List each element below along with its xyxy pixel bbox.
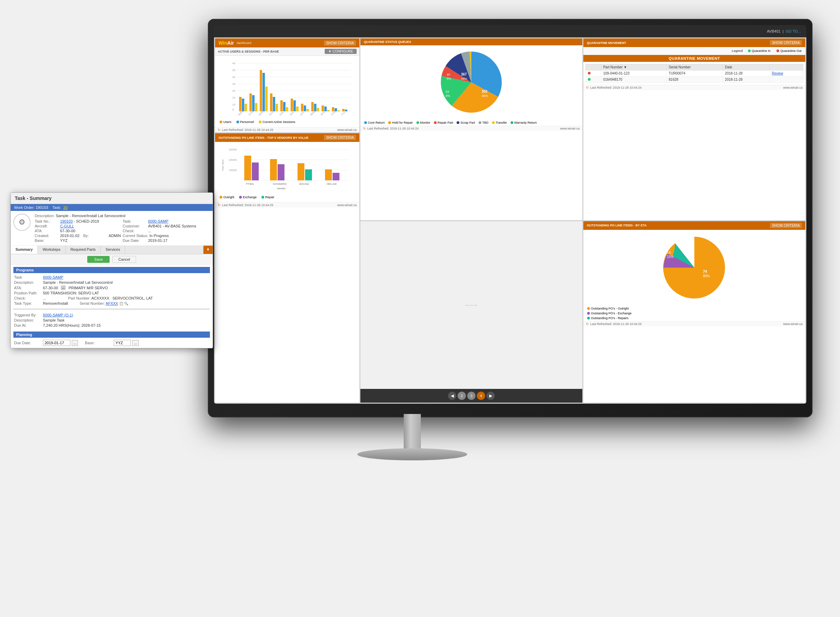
triggered-by-value[interactable]: 6000-SAMP (O-1) [43, 313, 73, 317]
task-tabs: Summary Worksteps Required Parts Service… [11, 246, 213, 254]
svg-rect-21 [255, 103, 257, 111]
svg-text:SFO: SFO [320, 111, 326, 116]
svg-rect-32 [294, 100, 296, 111]
svg-rect-33 [296, 106, 298, 111]
screen-content: WinAir dashboard SHOW CRITERIA ACTIVE US… [214, 37, 806, 404]
nav-prev[interactable]: ◀ [448, 392, 456, 400]
nav-next[interactable]: ▶ [486, 392, 495, 400]
nav-page-2[interactable]: 2 [458, 392, 466, 400]
ata-badge: ... [61, 285, 66, 290]
serial-number-row: Serial Number: AFXXX 📋 🔍 [80, 301, 128, 306]
task-detail-grid: Task: 6000-SAMP Description: Sample - Re… [11, 273, 213, 307]
aircraft-value[interactable]: C-GULL [60, 224, 74, 228]
qm-row2-serial: 81628 [666, 77, 723, 83]
svg-text:367: 367 [461, 72, 467, 76]
qm-row2-dot [586, 77, 601, 83]
task-window: Task - Summary Work Order: 190103 Task: … [10, 192, 213, 348]
configure-button[interactable]: ▼ CONFIGURE [325, 49, 357, 54]
planning-base-input[interactable] [114, 340, 131, 346]
base-label: Base: [35, 238, 59, 242]
pn-desc-value: SERVOCONTROL, LAT [112, 296, 153, 300]
svg-rect-22 [260, 70, 262, 111]
trig-desc-value: Sample Task [43, 318, 65, 322]
svg-rect-70 [278, 164, 285, 180]
legend-personnel: Personnel [236, 120, 254, 124]
task-action-bar: Save Cancel [11, 254, 213, 265]
legend-repair: Repair [261, 195, 275, 199]
work-order-link[interactable]: 190103 [60, 219, 73, 223]
winair-logo: WinAir [218, 40, 234, 46]
legend-qin: Quarantine In [748, 49, 771, 53]
svg-rect-23 [263, 73, 265, 111]
task-description-row: Description: Sample - Remove/Install Lat… [35, 214, 210, 218]
legend-po-outright-label: Outstanding PO's - Outright [591, 307, 629, 310]
tab-worksteps[interactable]: Worksteps [38, 246, 66, 254]
check-row: Check: ... [123, 229, 210, 233]
qm-row1-review[interactable]: Review [769, 71, 803, 77]
quarantine-status-panel: QUARANTINE STATUS QUEUES [360, 38, 582, 220]
check-value: ... [148, 229, 151, 233]
task-num-link[interactable]: 20 [63, 205, 67, 210]
qm-table-wrapper: Part Number ▼ Serial Number Date 109-044… [583, 62, 805, 85]
po-vendors-show-criteria[interactable]: SHOW CRITERIA [324, 135, 356, 140]
po-eta-refresh: ↻ Last Refreshed: 2018-11-28 10:44:25 ww… [583, 321, 805, 326]
goto-link[interactable]: GO TO... [786, 29, 801, 33]
po-eta-show-criteria[interactable]: SHOW CRITERIA [770, 223, 802, 228]
svg-text:44%: 44% [461, 77, 467, 80]
qm-show-criteria[interactable]: SHOW CRITERIA [770, 40, 802, 45]
customer-row: Customer: AVB401 - AV-BASE Systems [123, 224, 210, 228]
customer-label: Customer: [123, 224, 147, 228]
svg-text:14: 14 [667, 251, 671, 255]
svg-rect-34 [301, 104, 303, 111]
legend-dot-outright [220, 196, 222, 199]
qm-row1-dot [586, 71, 601, 77]
tab-required-parts[interactable]: Required Parts [66, 246, 101, 254]
legend-dot-users [220, 121, 222, 123]
aircraft-row: Aircraft: C-GULL [35, 224, 122, 228]
review-link-1[interactable]: Review [772, 71, 783, 75]
detail-task-label: Task: [14, 275, 41, 279]
customer-value: AVB401 - AV-BASE Systems [148, 224, 196, 228]
nav-page-3[interactable]: 3 [467, 392, 475, 400]
task-info-section: ⚙ Description: Sample - Remove/Install L… [11, 211, 213, 246]
qm-header: QUARANTINE MOVEMENT SHOW CRITERIA [583, 38, 805, 47]
detail-desc-row: Description: Sample - Remove/Install Lat… [14, 280, 209, 285]
svg-rect-68 [252, 162, 259, 180]
cancel-button[interactable]: Cancel [112, 256, 136, 263]
save-button[interactable]: Save [87, 256, 109, 263]
programs-section-header: Programs [13, 267, 210, 273]
svg-text:HELJ18: HELJ18 [327, 182, 337, 186]
legend-dot-transfer [492, 121, 495, 124]
by-label: By: [83, 233, 107, 238]
svg-text:5: 5 [232, 108, 234, 111]
detail-desc-value: Sample - Remove/Install Lat Servocontrol [43, 280, 113, 285]
nav-page-4[interactable]: 4 [477, 392, 485, 400]
base-picker-btn[interactable]: ... [132, 340, 139, 346]
qm-col-part: Part Number ▼ [601, 64, 666, 71]
task-icon: ⚙ [13, 214, 31, 231]
svg-text:10: 10 [232, 103, 235, 106]
qm-col-serial: Serial Number [666, 64, 723, 71]
part-number-label: Part Number: ACXXXXX SERVOCONTROL, LAT [68, 296, 153, 300]
aircraft-label: Aircraft: [35, 224, 59, 228]
legend-outright: Outright [220, 195, 234, 199]
show-criteria-button[interactable]: SHOW CRITERIA [324, 41, 356, 46]
detail-task-link[interactable]: 6000-SAMP [43, 275, 63, 279]
svg-text:100000: 100000 [229, 169, 237, 171]
tab-summary[interactable]: Summary [11, 246, 38, 254]
planning-due-date-input[interactable] [43, 340, 71, 346]
task-fields-grid: Task No.: 190103 - SCHED-2019 Task: 6000… [35, 219, 210, 242]
sn-value[interactable]: AFXXX [106, 301, 118, 306]
created-label: Created: [35, 233, 59, 238]
tab-services[interactable]: Services [101, 246, 125, 254]
date-picker-btn[interactable]: ... [72, 340, 78, 346]
svg-rect-16 [239, 97, 242, 111]
task-title: Task - Summary [15, 195, 52, 201]
svg-text:Vendor: Vendor [277, 187, 286, 190]
legend-dot-tbd [478, 121, 481, 124]
tab-more[interactable]: ▼ [204, 246, 213, 254]
legend-scrap-label: Scrap Part [461, 121, 475, 124]
task-link[interactable]: 6000-SAMP [148, 219, 168, 223]
legend-qin-label: Quarantine In [752, 49, 771, 53]
planning-base-label: Base: [85, 341, 112, 345]
